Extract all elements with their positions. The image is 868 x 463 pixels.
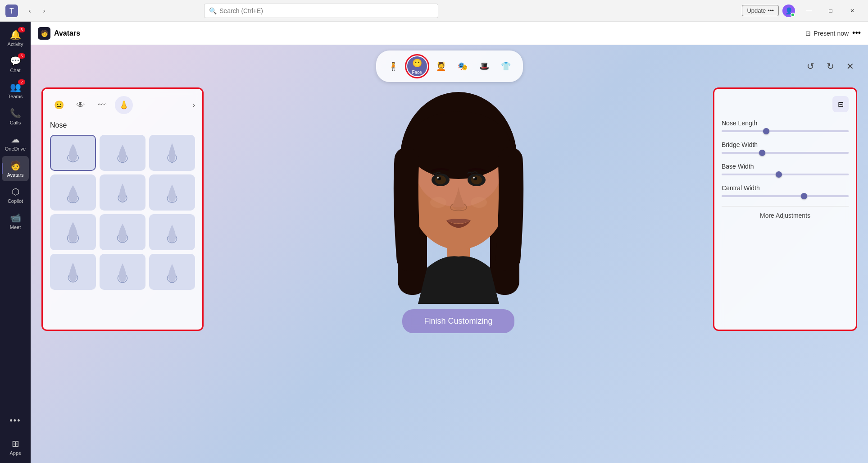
sidebar-label-activity: Activity	[8, 41, 23, 47]
close-button[interactable]: ✕	[842, 4, 863, 18]
bridge-width-track[interactable]	[722, 152, 849, 154]
nose-option-5[interactable]	[100, 174, 145, 211]
accessories-tab-button[interactable]: 🎩	[474, 56, 494, 76]
maximize-button[interactable]: □	[820, 4, 841, 18]
hair-icon: 💆	[436, 61, 446, 71]
sidebar-item-apps[interactable]: ⊞ Apps	[2, 434, 29, 459]
topbar-more-button[interactable]: •••	[852, 28, 861, 38]
sidebar-item-chat[interactable]: 💬 5 Chat	[2, 51, 29, 77]
face-tabs-next-button[interactable]: ›	[193, 101, 195, 109]
nose-tab[interactable]: 👃	[115, 96, 133, 114]
svg-point-12	[471, 175, 482, 184]
sidebar-item-avatars[interactable]: 🧑 Avatars	[2, 156, 29, 181]
sidebar-label-avatars: Avatars	[7, 172, 23, 178]
face-tab-label: Face	[412, 70, 422, 75]
titlebar-right: Update ••• 👤 — □ ✕	[742, 4, 863, 18]
page-title: Avatars	[54, 29, 80, 37]
clothing-tab-button[interactable]: 👕	[496, 56, 516, 76]
face-tab-selected-wrapper: 😶 Face	[405, 54, 429, 78]
svg-point-8	[407, 111, 510, 179]
undo-button[interactable]: ↺	[803, 59, 818, 73]
sidebar-label-chat: Chat	[10, 68, 20, 73]
forward-button[interactable]: ›	[38, 5, 50, 17]
avatar-workspace: 🧍 😶 Face 💆 🎭 🎩	[31, 45, 868, 463]
nose-length-thumb[interactable]	[763, 128, 769, 134]
bridge-width-label: Bridge Width	[722, 141, 849, 148]
hair-tab-button[interactable]: 💆	[431, 56, 451, 76]
face-shape-tab[interactable]: 😐	[50, 96, 68, 114]
nose-option-11[interactable]	[100, 254, 145, 290]
nose-shape-1	[62, 141, 84, 165]
svg-point-11	[435, 175, 446, 184]
onedrive-icon: ☁	[11, 134, 20, 145]
central-width-label: Central Width	[722, 184, 849, 192]
avatars-app-icon: 🧑	[38, 27, 50, 40]
eyes-tab[interactable]: 👁	[72, 96, 90, 114]
bridge-width-slider-section: Bridge Width	[722, 141, 849, 154]
central-width-thumb[interactable]	[801, 193, 807, 199]
sidebar-label-calls: Calls	[10, 120, 21, 125]
back-button[interactable]: ‹	[23, 5, 36, 17]
nose-option-2[interactable]	[100, 135, 145, 171]
update-button[interactable]: Update •••	[742, 5, 779, 16]
nose-option-7[interactable]	[50, 214, 96, 250]
right-panel: ⊟ Nose Length Bridge Width	[713, 87, 857, 331]
nose-shape-4	[62, 180, 84, 205]
meet-icon: 📹	[10, 212, 21, 223]
finish-customizing-button[interactable]: Finish Customizing	[402, 309, 514, 333]
nose-option-1[interactable]	[50, 135, 96, 171]
main-content: 🧑 Avatars ⊡ Present now ••• 🧍	[31, 22, 868, 463]
sidebar-item-more[interactable]: •••	[2, 408, 29, 433]
more-adjustments-button[interactable]: More Adjustments	[722, 206, 849, 225]
base-width-label: Base Width	[722, 163, 849, 170]
sidebar: 🔔 6 Activity 💬 5 Chat 👥 2 Teams 📞 Calls …	[0, 22, 31, 463]
sidebar-item-activity[interactable]: 🔔 6 Activity	[2, 25, 29, 50]
base-width-track[interactable]	[722, 174, 849, 175]
avatars-icon: 🧑	[10, 160, 21, 171]
chat-badge: 5	[18, 53, 25, 59]
sidebar-item-teams[interactable]: 👥 2 Teams	[2, 78, 29, 103]
face-feature-tabs: 😐 👁 〰 👃 ›	[50, 96, 195, 114]
close-editor-button[interactable]: ✕	[843, 59, 857, 73]
nose-length-label: Nose Length	[722, 119, 849, 127]
avatar-toolbar: 🧍 😶 Face 💆 🎭 🎩	[31, 45, 868, 87]
sidebar-item-meet[interactable]: 📹 Meet	[2, 208, 29, 234]
nose-option-3[interactable]	[149, 135, 195, 171]
body-tab-button[interactable]: 🧍	[383, 56, 403, 76]
bridge-width-thumb[interactable]	[759, 150, 765, 156]
nose-option-6[interactable]	[149, 174, 195, 211]
nose-shape-5	[111, 180, 134, 205]
nose-option-8[interactable]	[100, 214, 145, 250]
base-width-thumb[interactable]	[776, 171, 782, 178]
nose-length-slider-section: Nose Length	[722, 119, 849, 132]
sidebar-item-onedrive[interactable]: ☁ OneDrive	[2, 130, 29, 155]
nose-option-9[interactable]	[149, 214, 195, 250]
face-tab-button[interactable]: 😶 Face	[407, 56, 427, 76]
search-bar[interactable]: 🔍	[204, 4, 438, 18]
search-input[interactable]	[219, 7, 433, 14]
nose-option-10[interactable]	[50, 254, 96, 290]
sidebar-item-calls[interactable]: 📞 Calls	[2, 104, 29, 129]
sidebar-label-teams: Teams	[8, 94, 23, 99]
right-panel-header: ⊟	[722, 96, 849, 112]
features-tab-button[interactable]: 🎭	[453, 56, 473, 76]
svg-point-16	[473, 177, 475, 179]
adjustments-filter-button[interactable]: ⊟	[832, 96, 849, 112]
user-avatar[interactable]: 👤	[782, 5, 795, 17]
nose-shape-8	[111, 220, 134, 245]
nose-option-4[interactable]	[50, 174, 96, 211]
nose-option-12[interactable]	[149, 254, 195, 290]
present-now-button[interactable]: ⊡ Present now	[805, 30, 849, 37]
central-width-track[interactable]	[722, 195, 849, 197]
nose-length-track[interactable]	[722, 130, 849, 132]
avatar-svg	[373, 87, 544, 304]
sidebar-item-copilot[interactable]: ⬡ Copilot	[2, 182, 29, 207]
update-dots: •••	[768, 7, 774, 14]
minimize-button[interactable]: —	[799, 4, 819, 18]
eyebrows-tab[interactable]: 〰	[93, 96, 111, 114]
left-panel: 😐 👁 〰 👃 › Nose	[41, 87, 204, 331]
topbar-right: ⊡ Present now •••	[805, 28, 861, 38]
redo-button[interactable]: ↻	[823, 59, 837, 73]
present-icon: ⊡	[805, 30, 811, 37]
nav-controls: ‹ ›	[23, 5, 50, 17]
